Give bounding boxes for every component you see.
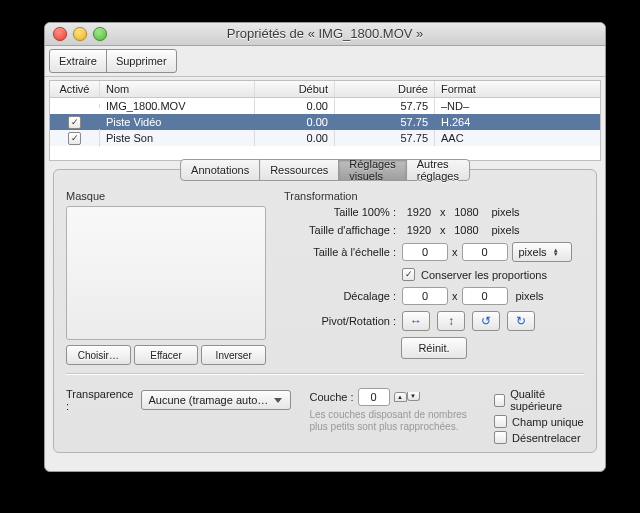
cell-format: AAC [435,130,600,146]
display-label: Taille d'affichage : [284,224,402,236]
tab-resources[interactable]: Ressources [259,159,339,181]
scale-w-input[interactable]: 0 [402,243,448,261]
col-start[interactable]: Début [255,81,335,97]
mask-section: Masque Choisir… Effacer Inverser [66,190,266,365]
minimize-icon[interactable] [73,27,87,41]
cell-name: Piste Son [100,130,255,146]
scale-unit-select[interactable]: pixels▲▼ [512,242,572,262]
layer-input[interactable]: 0 [358,388,390,406]
layer-stepper[interactable]: ▲ ▼ [394,392,420,402]
col-format[interactable]: Format [435,81,600,97]
step-down-icon: ▼ [407,392,420,401]
zoom-icon[interactable] [93,27,107,41]
layer-label: Couche : [309,391,353,403]
keep-proportions-checkbox[interactable]: ✓ [402,268,415,281]
tab-bar: Annotations Ressources Réglages visuels … [180,159,470,181]
settings-panel: Annotations Ressources Réglages visuels … [53,169,597,453]
transform-section: Transformation Taille 100% : 1920 x 1080… [284,190,584,365]
delete-button[interactable]: Supprimer [106,49,177,73]
choose-button[interactable]: Choisir… [66,345,131,365]
invert-button[interactable]: Inverser [201,345,266,365]
table-row[interactable] [50,146,600,160]
transparency-select[interactable]: Aucune (tramage auto… [141,390,291,410]
cell-format: –ND– [435,98,600,114]
cell-duration: 57.75 [335,114,435,130]
layer-helper: Les couches disposant de nombres plus pe… [309,409,476,433]
table-row[interactable]: IMG_1800.MOV 0.00 57.75 –ND– [50,98,600,114]
step-up-icon: ▲ [394,392,407,402]
titlebar[interactable]: Propriétés de « IMG_1800.MOV » [45,23,605,46]
deint-checkbox[interactable] [494,431,507,444]
col-name[interactable]: Nom [100,81,255,97]
rotate-ccw-icon[interactable]: ↺ [472,311,500,331]
size100-label: Taille 100% : [284,206,402,218]
single-checkbox[interactable] [494,415,507,428]
cell-start: 0.00 [255,130,335,146]
rotate-cw-icon[interactable]: ↻ [507,311,535,331]
window-controls [53,27,107,41]
offset-label: Décalage : [284,290,402,302]
single-label: Champ unique [512,416,584,428]
cell-start: 0.00 [255,98,335,114]
size100-w: 1920 [402,206,436,218]
offset-y-input[interactable]: 0 [462,287,508,305]
clear-button[interactable]: Effacer [134,345,199,365]
close-icon[interactable] [53,27,67,41]
layer-group: Couche : 0 ▲ ▼ Les couches disposant de … [309,388,476,433]
tab-other[interactable]: Autres réglages [406,159,470,181]
keep-proportions-label: Conserver les proportions [421,269,547,281]
active-checkbox[interactable]: ✓ [68,132,81,145]
tab-annotations[interactable]: Annotations [180,159,260,181]
active-checkbox[interactable]: ✓ [68,116,81,129]
mask-label: Masque [66,190,266,202]
col-active[interactable]: Activé [50,81,100,97]
transparency-label: Transparence : [66,388,137,412]
display-h: 1080 [450,224,484,236]
offset-x-input[interactable]: 0 [402,287,448,305]
extract-button[interactable]: Extraire [49,49,107,73]
reset-button[interactable]: Réinit. [401,337,466,359]
hq-checkbox[interactable] [494,394,505,407]
col-duration[interactable]: Durée [335,81,435,97]
flip-vertical-icon[interactable]: ↕ [437,311,465,331]
pivot-label: Pivot/Rotation : [284,315,402,327]
cell-duration: 57.75 [335,130,435,146]
cell-format: H.264 [435,114,600,130]
display-w: 1920 [402,224,436,236]
transform-label: Transformation [284,190,584,202]
properties-window: Propriétés de « IMG_1800.MOV » Extraire … [44,22,606,472]
cell-start: 0.00 [255,114,335,130]
mask-well[interactable] [66,206,266,340]
transparency-row: Transparence : Aucune (tramage auto… [66,388,291,412]
cell-name: Piste Vidéo [100,114,255,130]
table-row[interactable]: ✓ Piste Son 0.00 57.75 AAC [50,130,600,146]
scale-label: Taille à l'échelle : [284,246,402,258]
table-header: Activé Nom Début Durée Format [50,81,600,98]
tracks-table: Activé Nom Début Durée Format IMG_1800.M… [49,80,601,161]
deint-label: Désentrelacer [512,432,580,444]
tab-visual[interactable]: Réglages visuels [338,159,406,181]
table-row[interactable]: ✓ Piste Vidéo 0.00 57.75 H.264 [50,114,600,130]
cell-duration: 57.75 [335,98,435,114]
toolbar: Extraire Supprimer [45,46,605,77]
size100-h: 1080 [450,206,484,218]
scale-h-input[interactable]: 0 [462,243,508,261]
cell-name: IMG_1800.MOV [100,98,255,114]
flip-horizontal-icon[interactable]: ↔ [402,311,430,331]
hq-label: Qualité supérieure [510,388,584,412]
window-title: Propriétés de « IMG_1800.MOV » [227,26,424,41]
